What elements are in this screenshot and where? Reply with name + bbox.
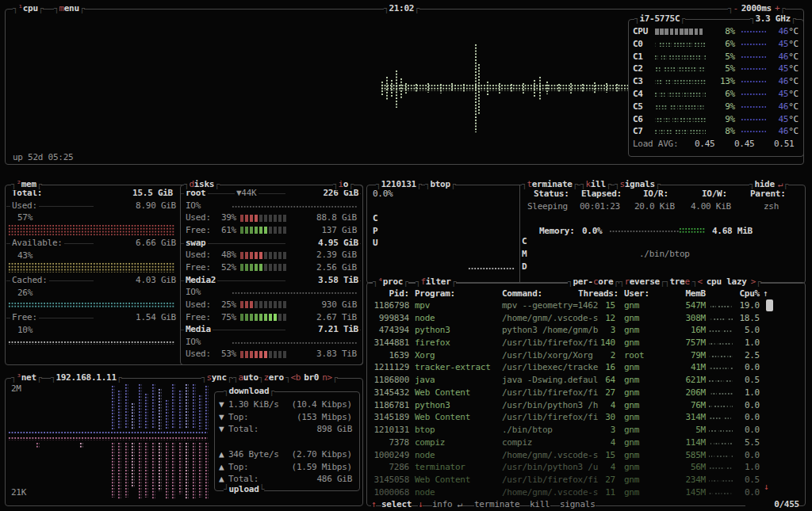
sort-prev-arrow[interactable]: <	[697, 276, 702, 287]
cpu-graph-spike	[400, 78, 403, 98]
info-button[interactable]: info ↵	[432, 499, 462, 510]
select-down-arrow[interactable]: ↓	[418, 499, 423, 510]
process-threads: 4	[566, 400, 615, 411]
proc-header-pid[interactable]: Pid:	[366, 288, 409, 299]
per-core-toggle[interactable]: per-core	[568, 276, 619, 288]
proc-scrollbar-thumb[interactable]	[766, 299, 773, 311]
update-interval-control[interactable]: -2000ms+	[728, 3, 785, 14]
process-mem: 41M	[657, 362, 706, 373]
kill-button[interactable]: kill	[580, 179, 611, 190]
cpu-core-temp-meter	[741, 105, 766, 109]
net-sync-button[interactable]: sync	[201, 372, 232, 383]
process-program: compiz	[415, 437, 445, 448]
proc-header-threads[interactable]: Threads:	[569, 288, 619, 299]
process-row[interactable]: 3145058Web Content/usr/lib/firefox/fi27g…	[366, 475, 804, 486]
process-row[interactable]: 3145189Web Content/usr/lib/firefox/fi30g…	[366, 412, 804, 424]
proc-header-memb[interactable]: MemB	[657, 288, 706, 299]
process-cpu: 1.0	[726, 462, 760, 473]
hide-button[interactable]: hide↵	[749, 179, 788, 190]
cpu-graph-spike	[581, 83, 584, 92]
signals-footer-button[interactable]: signals	[560, 499, 596, 510]
process-row[interactable]: 1639Xorg/usr/lib/xorg/Xorg2root79M2.5	[366, 350, 804, 362]
process-mem: 206M	[657, 387, 706, 399]
cpu-core-temp-meter	[741, 118, 766, 121]
detail-status-value: Sleeping	[527, 201, 568, 212]
net-upload-title: upload	[224, 484, 264, 495]
menu-button[interactable]: menu	[54, 3, 84, 14]
terminate-button[interactable]: terminate	[522, 179, 577, 190]
process-row[interactable]: 1186800javajava -Dswing.defaul64gnm621M0…	[366, 375, 804, 387]
process-row[interactable]: 999834node/home/gnm/.vscode-s12gnm308M18…	[366, 313, 804, 325]
process-cpu: 1.0	[726, 387, 760, 399]
process-program: mpv	[415, 300, 430, 311]
detail-memory-value: 4.68 MiB	[712, 226, 753, 237]
cpu-frequency: 3.3 GHz	[750, 13, 795, 25]
select-up-arrow[interactable]: ↑	[371, 499, 376, 510]
cpu-core-temp: 45°C	[765, 114, 799, 125]
process-row[interactable]: 1186798mpvmpv --geometry=146215gnm547M19…	[366, 300, 804, 312]
proc-header-program[interactable]: Program:	[415, 288, 455, 299]
process-cpu: 0.0	[726, 400, 760, 411]
process-pid: 1186798	[366, 300, 409, 311]
detail-cpu-graph	[468, 267, 515, 270]
detail-memory-percent: 0.0%	[582, 226, 603, 237]
process-row[interactable]: 1210131btop./bin/btop3gnm5M0.0	[366, 425, 804, 437]
detail-cpu-vert: P	[373, 226, 377, 237]
scroll-down-indicator[interactable]: ↓	[764, 482, 768, 493]
process-row[interactable]: 3144881firefox/usr/lib/firefox/fi140gnm7…	[366, 337, 804, 349]
process-threads: 16	[566, 362, 615, 373]
process-row[interactable]: 1000068node/home/gnm/.vscode-s11gnm145M0…	[366, 487, 804, 499]
proc-header-command[interactable]: Command:	[502, 288, 542, 299]
download-arrow-icon: ▼	[219, 424, 224, 435]
interval-decrease-button[interactable]: -	[733, 3, 737, 13]
cpu-graph-spike	[390, 79, 393, 97]
uptime: up 52d 05:25	[13, 152, 73, 163]
sort-selector[interactable]: <cpu lazy>	[692, 276, 760, 288]
tree-toggle[interactable]: tree	[665, 276, 695, 288]
disk-io-label: IO%	[186, 287, 201, 298]
select-label[interactable]: select	[381, 499, 412, 510]
net-graph-stripe-up	[185, 383, 189, 429]
process-pid: 999834	[366, 313, 409, 324]
process-row[interactable]: 3145432Web Content/usr/lib/firefox/fi27g…	[366, 387, 804, 399]
net-zero-button[interactable]: zero	[259, 372, 289, 383]
process-row[interactable]: 474394python3python3 /home/gnm/b3gnm16M5…	[366, 325, 804, 337]
cpu-core-temp-meter	[741, 30, 766, 33]
disk-meter	[240, 227, 288, 234]
disk-io-speed: ▼44K	[235, 188, 259, 199]
kill-footer-button[interactable]: kill	[530, 499, 550, 510]
process-pid: 3144881	[366, 337, 409, 349]
proc-header-cpu[interactable]: Cpu%	[726, 288, 760, 299]
signals-button[interactable]: signals	[615, 179, 660, 190]
reverse-toggle[interactable]: reverse	[619, 276, 665, 288]
disk-row-value: 2.39 GiB	[292, 250, 357, 261]
cpu-core-temp: 45°C	[765, 39, 799, 50]
process-mem: 79M	[657, 350, 706, 361]
cpu-core-graph	[655, 92, 706, 97]
sort-current: cpu lazy	[707, 276, 747, 287]
net-interface-switcher[interactable]: <bbr0n>	[285, 372, 337, 383]
process-row[interactable]: 1186781python3/usr/bin/python3 /h4gnm76M…	[366, 400, 804, 412]
process-user: gnm	[624, 300, 639, 311]
proc-header-user[interactable]: User:	[624, 288, 649, 299]
process-row[interactable]: 7378compizcompiz4gnm114M5.5	[366, 437, 804, 449]
disk-size: 7.21 TiB	[285, 324, 360, 335]
process-program: python3	[415, 400, 450, 411]
cpu-core-temp-meter	[741, 80, 766, 83]
net-graph-stripe-up	[171, 383, 175, 429]
process-row[interactable]: 1000249node/home/gnm/.vscode-s15gnm585M0…	[366, 450, 804, 462]
cpu-core-temp: 45°C	[765, 89, 799, 100]
net-up-value: (1.59 Mibps)	[228, 462, 352, 473]
disks-io-toggle[interactable]: io	[333, 179, 354, 190]
cpu-core-temp-meter	[741, 130, 766, 133]
sort-next-arrow[interactable]: >	[751, 276, 756, 287]
process-row[interactable]: 1211129tracker-extract/usr/libexec/track…	[366, 362, 804, 374]
detail-cmd-vert: D	[522, 261, 527, 273]
process-row[interactable]: 7286terminator/usr/bin/python3 /u4gnm56M…	[366, 462, 804, 474]
disk-name: Media2	[184, 275, 217, 286]
filter-button[interactable]: filter	[416, 276, 456, 288]
cpu-core-label: C6	[633, 114, 643, 125]
process-mem: 76M	[657, 400, 706, 411]
interval-increase-button[interactable]: +	[775, 3, 779, 13]
terminate-footer-button[interactable]: terminate	[474, 499, 519, 510]
